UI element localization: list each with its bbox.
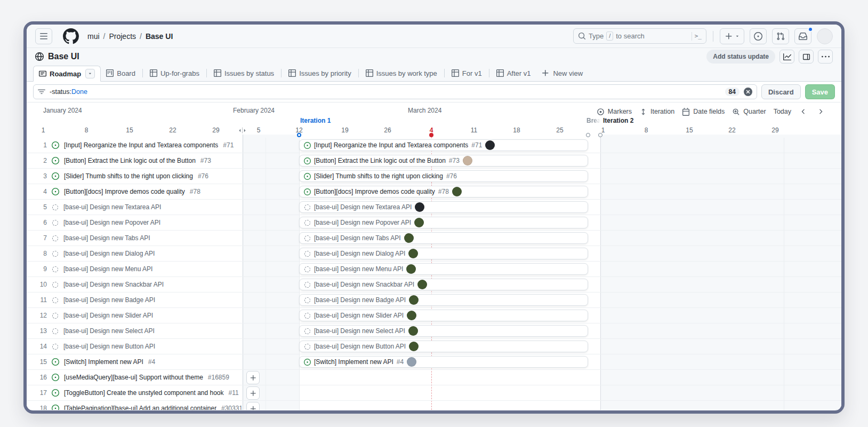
- assignee-avatar[interactable]: [404, 233, 414, 243]
- timeline-bar[interactable]: [Slider] Thumb shifts to the right upon …: [299, 170, 588, 182]
- timeline-bar[interactable]: [Button] Extract the Link logic out of t…: [299, 155, 588, 167]
- assignee-avatar[interactable]: [414, 218, 424, 227]
- view-options-button[interactable]: [818, 50, 833, 64]
- add-to-timeline-button[interactable]: [246, 386, 260, 400]
- tab-for-v1[interactable]: For v1: [446, 65, 487, 81]
- toolbar-date-fields[interactable]: Date fields: [682, 108, 725, 116]
- timeline-bar[interactable]: [base-ui] Design new Slider API: [299, 310, 588, 321]
- filter-input[interactable]: -status:Done 84: [33, 84, 757, 99]
- row-table-cell[interactable]: 16[useMediaQuery][base-ui] Support witho…: [27, 370, 243, 385]
- tab-issues-by-status[interactable]: Issues by status: [208, 65, 279, 81]
- add-to-timeline-button[interactable]: [246, 402, 260, 410]
- timeline-bar[interactable]: [base-ui] Design new Popover API: [299, 217, 588, 228]
- row-table-cell[interactable]: 8[base-ui] Design new Dialog API: [27, 246, 243, 261]
- row-table-cell[interactable]: 10[base-ui] Design new Snackbar API: [27, 277, 243, 292]
- tab-menu-button[interactable]: [85, 69, 95, 78]
- bar-issue-number: #4: [397, 358, 404, 366]
- toolbar-markers[interactable]: Markers: [597, 108, 632, 116]
- bar-end-marker[interactable]: [586, 133, 590, 137]
- timeline-bar[interactable]: [base-ui] Design new Dialog API: [299, 248, 588, 259]
- assignee-avatar[interactable]: [409, 342, 419, 351]
- user-avatar[interactable]: [817, 28, 833, 44]
- toolbar-label: Markers: [608, 108, 632, 115]
- timeline-bar[interactable]: [base-ui] Design new Snackbar API: [299, 279, 588, 290]
- issues-button[interactable]: [750, 28, 767, 44]
- row-table-cell[interactable]: 7[base-ui] Design new Tabs API: [27, 231, 243, 246]
- row-table-cell[interactable]: 9[base-ui] Design new Menu API: [27, 262, 243, 276]
- tab-issues-by-priority[interactable]: Issues by priority: [283, 65, 357, 81]
- assignee-avatar[interactable]: [452, 187, 462, 196]
- clear-filter-button[interactable]: [744, 88, 752, 96]
- timeline-bar[interactable]: [base-ui] Design new Tabs API: [299, 232, 588, 244]
- timeline-bar[interactable]: [base-ui] Design new Button API: [299, 341, 588, 352]
- row-table-cell[interactable]: 12[base-ui] Design new Slider API: [27, 308, 243, 323]
- search-input[interactable]: Type / to search >_: [573, 28, 706, 44]
- timeline-bar[interactable]: [base-ui] Design new Badge API: [299, 294, 588, 306]
- add-status-update-button[interactable]: Add status update: [706, 50, 775, 64]
- assignee-avatar[interactable]: [409, 295, 419, 305]
- project-header: Base UI Add status update: [27, 48, 841, 65]
- assignee-avatar[interactable]: [415, 202, 424, 212]
- row-table-cell[interactable]: 15[Switch] Implement new API#4: [27, 354, 243, 369]
- timeline-bar[interactable]: [Input] Reorganize the Input and Textare…: [299, 139, 588, 151]
- row-table-cell[interactable]: 17[ToggleButton] Create the unstyled com…: [27, 385, 243, 400]
- timeline-bar[interactable]: [base-ui] Design new Textarea API: [299, 201, 588, 213]
- row-table-cell[interactable]: 18[TablePagination][base-ui] Add an addi…: [27, 401, 243, 410]
- assignee-avatar[interactable]: [408, 326, 418, 336]
- toolbar-quarter[interactable]: Quarter: [732, 108, 766, 116]
- new-view-button[interactable]: New view: [536, 65, 588, 81]
- row-table-cell[interactable]: 14[base-ui] Design new Button API: [27, 339, 243, 354]
- add-to-timeline-button[interactable]: [246, 371, 260, 384]
- row-table-cell[interactable]: 6[base-ui] Design new Popover API: [27, 215, 243, 230]
- issue-opened-icon: [52, 172, 59, 180]
- insights-button[interactable]: [779, 50, 794, 64]
- timeline-bar[interactable]: [base-ui] Design new Menu API: [299, 263, 588, 275]
- tab-after-v1[interactable]: After v1: [491, 65, 536, 81]
- side-panel-button[interactable]: [799, 50, 814, 64]
- row-table-cell[interactable]: 3[Slider] Thumb shifts to the right upon…: [27, 169, 243, 184]
- bar-title: [base-ui] Design new Tabs API: [314, 234, 401, 242]
- row-table-cell[interactable]: 5[base-ui] Design new Textarea API: [27, 200, 243, 215]
- toolbar-iteration[interactable]: Iteration: [639, 108, 674, 116]
- row-table-cell[interactable]: 4[Button][docs] Improve demos code quali…: [27, 184, 243, 199]
- row-table-cell[interactable]: 11[base-ui] Design new Badge API: [27, 292, 243, 307]
- draft-issue-icon: [52, 220, 58, 226]
- toolbar-today[interactable]: Today: [774, 108, 791, 115]
- github-logo[interactable]: [63, 28, 79, 44]
- assignee-avatar[interactable]: [417, 280, 427, 289]
- assignee-avatar[interactable]: [407, 311, 416, 320]
- row-table-cell[interactable]: 13[base-ui] Design new Select API: [27, 323, 243, 338]
- timeline-next-button[interactable]: [816, 108, 825, 115]
- breadcrumb-projects[interactable]: Projects: [109, 32, 136, 41]
- bar-title: [Input] Reorganize the Input and Textare…: [314, 141, 468, 149]
- tab-board[interactable]: Board: [101, 65, 141, 81]
- timeline-bar[interactable]: [Switch] Implement new API#4: [299, 356, 588, 368]
- issue-opened-icon: [304, 157, 311, 164]
- roadmap-row: 11[base-ui] Design new Badge API[base-ui…: [27, 292, 841, 308]
- save-button[interactable]: Save: [805, 84, 835, 99]
- command-palette-icon[interactable]: >_: [695, 33, 702, 39]
- assignee-avatar[interactable]: [406, 264, 416, 274]
- row-table-cell[interactable]: 2[Button] Extract the Link logic out of …: [27, 153, 243, 168]
- board-icon: [106, 69, 114, 77]
- assignee-avatar[interactable]: [463, 156, 472, 165]
- assignee-avatar[interactable]: [407, 357, 416, 367]
- tab-roadmap[interactable]: Roadmap: [33, 66, 101, 82]
- tab-up-for-grabs[interactable]: Up-for-grabs: [144, 65, 205, 81]
- hamburger-button[interactable]: [35, 28, 52, 44]
- pull-requests-button[interactable]: [772, 28, 789, 44]
- issue-opened-icon: [304, 359, 311, 366]
- plus-icon: [250, 405, 257, 410]
- timeline-bar[interactable]: [Button][docs] Improve demos code qualit…: [299, 186, 588, 197]
- filter-query: -status:Done: [50, 88, 87, 96]
- breadcrumb-org[interactable]: mui: [87, 32, 100, 41]
- create-new-button[interactable]: [720, 28, 744, 44]
- timeline-bar[interactable]: [base-ui] Design new Select API: [299, 325, 588, 337]
- assignee-avatar[interactable]: [408, 249, 418, 258]
- assignee-avatar[interactable]: [485, 140, 495, 150]
- discard-button[interactable]: Discard: [761, 84, 801, 99]
- tab-issues-by-work-type[interactable]: Issues by work type: [360, 65, 443, 81]
- row-table-cell[interactable]: 1[Input] Reorganize the Input and Textar…: [27, 138, 243, 153]
- column-resize-handle[interactable]: [238, 126, 246, 135]
- timeline-prev-button[interactable]: [799, 108, 808, 115]
